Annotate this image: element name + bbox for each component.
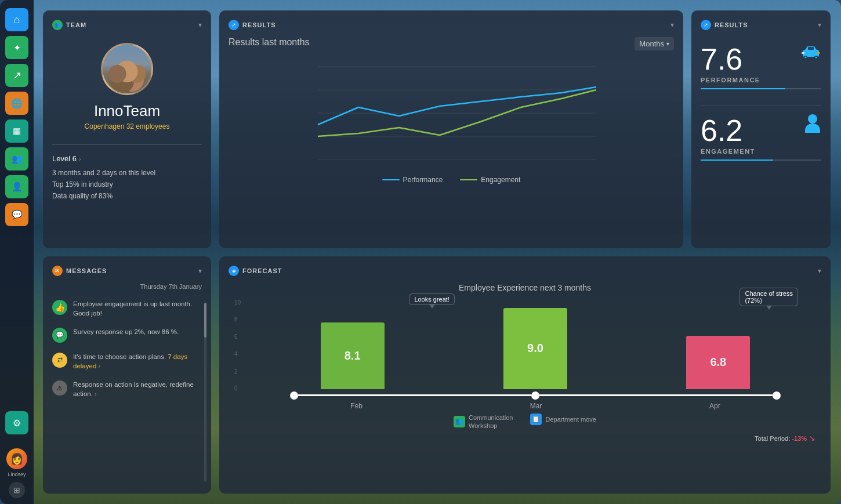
- messages-card: ✉ MESSAGES ▾ Thursday 7th January 👍 Empl…: [43, 256, 211, 494]
- sidebar-item-building[interactable]: ▦: [5, 119, 28, 143]
- msg-text-3: It's time to choose action plans. 7 days…: [73, 352, 202, 371]
- tooltip-looks-great: Looks great!: [409, 293, 455, 305]
- month-feb: Feb: [350, 402, 362, 410]
- engagement-value: 6.2: [701, 115, 821, 146]
- performance-line-legend: [382, 179, 400, 180]
- msg-text-4: Response on action is negative, redefine…: [73, 380, 202, 398]
- sidebar-item-team[interactable]: 👥: [5, 147, 28, 171]
- results-main-title: RESULTS: [242, 21, 276, 28]
- forecast-timeline: [249, 391, 821, 400]
- bar-feb-rect: 8.1: [321, 322, 385, 389]
- bar-mar-rect: 9.0: [503, 308, 567, 389]
- timeline-dot-apr: [773, 391, 781, 400]
- msg-text-1: Employee engagement is up last month. Go…: [73, 299, 202, 318]
- results-subtitle: Results last months: [229, 37, 310, 48]
- team-data-quality: Data quality of 83%: [52, 192, 202, 200]
- sidebar-item-chat[interactable]: 💬: [5, 203, 28, 226]
- svg-point-7: [805, 57, 807, 59]
- team-ranking: Top 15% in industry: [52, 180, 202, 188]
- months-dropdown[interactable]: Months ▾: [635, 37, 674, 50]
- msg-arrow-2[interactable]: ›: [95, 390, 97, 397]
- messages-date: Thursday 7th January: [52, 283, 202, 290]
- team-card-collapse[interactable]: ▾: [198, 21, 202, 29]
- user-avatar[interactable]: 👩: [6, 448, 27, 469]
- performance-label: Performance: [403, 176, 443, 184]
- message-3: ⇄ It's time to choose action plans. 7 da…: [52, 352, 202, 371]
- forecast-collapse[interactable]: ▾: [818, 267, 821, 275]
- performance-label-side: PERFORMANCE: [701, 77, 821, 84]
- msg-warning-icon: ⚠: [52, 380, 67, 396]
- scroll-indicator: [204, 303, 206, 483]
- bar-feb-value: 8.1: [345, 349, 361, 362]
- timeline-dot-mar: [531, 391, 539, 400]
- car-icon: [800, 44, 821, 64]
- messages-title: MESSAGES: [66, 267, 107, 274]
- user-name: Lindsey: [8, 472, 26, 477]
- results-chart: [229, 55, 674, 171]
- sidebar-item-settings[interactable]: ⚙: [5, 411, 28, 434]
- svg-rect-11: [802, 52, 804, 54]
- results-side-collapse[interactable]: ▾: [818, 21, 821, 29]
- msg-highlight: 7 days delayed: [73, 353, 187, 369]
- sidebar-item-globe[interactable]: 🌐: [5, 92, 28, 115]
- forecast-events: 👥 CommunicationWorkshop 📋 Department mov…: [229, 410, 821, 430]
- legend-performance: Performance: [382, 176, 443, 184]
- main-content: 👥 TEAM ▾ InnoTeam Copenhagen 32 employee…: [34, 0, 841, 504]
- forecast-bars-container: Looks great! Chance of stress(72%) 8.1: [249, 299, 821, 410]
- forecast-title: FORECAST: [242, 267, 282, 274]
- sidebar-item-trending[interactable]: ↗: [5, 64, 28, 87]
- bar-mar-value: 9.0: [527, 342, 543, 355]
- messages-icon: ✉: [52, 266, 63, 276]
- timeline-line-1: [298, 394, 531, 396]
- timeline-line-2: [539, 394, 773, 396]
- msg-text-2: Survey response up 2%, now 86 %.: [73, 327, 179, 336]
- forecast-subtitle: Employee Experience next 3 months: [229, 283, 821, 292]
- person-icon-metric: [804, 113, 821, 138]
- timeline-dot-feb: [290, 391, 298, 400]
- msg-thumbsup-icon: 👍: [52, 300, 67, 315]
- team-name: InnoTeam: [94, 102, 160, 120]
- msg-arrow-1[interactable]: ›: [99, 362, 101, 369]
- sidebar-item-person[interactable]: 👤: [5, 175, 28, 198]
- results-side-title: RESULTS: [715, 21, 748, 28]
- month-mar: Mar: [530, 402, 542, 410]
- department-icon: 📋: [530, 414, 542, 425]
- svg-rect-12: [817, 52, 820, 54]
- chart-legend: Performance Engagement: [229, 176, 674, 184]
- sidebar-item-home[interactable]: ⌂: [5, 8, 28, 31]
- results-main-icon: ↗: [229, 20, 239, 30]
- forecast-icon: ◈: [229, 266, 239, 276]
- results-main-collapse[interactable]: ▾: [670, 21, 674, 29]
- team-level[interactable]: Level 6 ›: [52, 154, 202, 163]
- svg-rect-10: [808, 47, 814, 50]
- bar-apr-value: 6.8: [710, 356, 726, 369]
- sidebar-item-rocket[interactable]: ✦: [5, 36, 28, 59]
- forecast-chart-area: 10 8 6 4 2 0 Looks great! Chance of stre…: [229, 299, 821, 410]
- grid-icon[interactable]: ⊞: [9, 482, 25, 498]
- team-stats: Level 6 › 3 months and 2 days on this le…: [52, 154, 202, 204]
- down-arrow-icon: ↘: [809, 433, 815, 443]
- messages-collapse[interactable]: ▾: [198, 267, 202, 275]
- event-workshop-label: CommunicationWorkshop: [469, 414, 513, 430]
- bar-apr: 6.8: [686, 336, 750, 389]
- forecast-bars: 8.1 9.0 6.8: [249, 299, 821, 389]
- team-card-icon: 👥: [52, 20, 63, 30]
- engagement-label-side: ENGAGEMENT: [701, 148, 821, 155]
- scroll-thumb: [204, 303, 206, 338]
- team-divider: [52, 144, 202, 145]
- engagement-bar: [701, 159, 821, 161]
- team-duration: 3 months and 2 days on this level: [52, 169, 202, 177]
- svg-point-9: [815, 57, 817, 59]
- results-main-card: ↗ RESULTS ▾ Results last months Months ▾: [219, 10, 683, 248]
- engagement-label: Engagement: [481, 176, 520, 184]
- msg-action-icon: ⇄: [52, 353, 67, 368]
- months-chevron: ▾: [666, 41, 669, 47]
- month-apr: Apr: [709, 402, 720, 410]
- team-card-title: TEAM: [66, 21, 86, 28]
- level-chevron: ›: [79, 155, 81, 162]
- team-avatar: [101, 43, 153, 95]
- engagement-metric: 6.2 ENGAGEMENT: [701, 106, 821, 168]
- results-side-card: ↗ RESULTS ▾ 7.6: [691, 10, 831, 248]
- message-4: ⚠ Response on action is negative, redefi…: [52, 380, 202, 398]
- total-period-value: -13%: [792, 435, 807, 442]
